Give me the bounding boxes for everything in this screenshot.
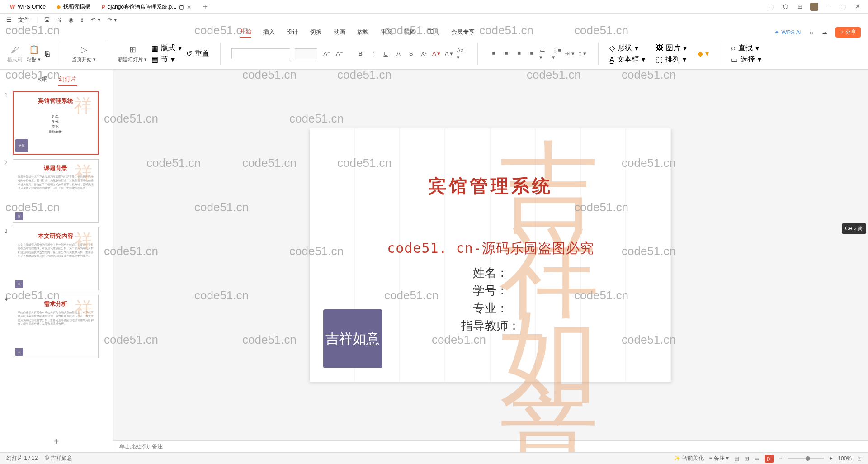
close-icon[interactable]: ✕ bbox=[187, 4, 193, 10]
redo-icon[interactable]: ↷ ▾ bbox=[107, 16, 117, 23]
window-icon[interactable]: ▢ bbox=[767, 3, 775, 11]
section-button[interactable]: ▤节 ▾ bbox=[151, 55, 182, 64]
font-select[interactable] bbox=[231, 48, 290, 59]
apps-icon[interactable]: ⊞ bbox=[796, 3, 804, 11]
save-icon[interactable]: 🖫 bbox=[44, 16, 50, 23]
change-case-icon[interactable]: Aa ▾ bbox=[457, 49, 467, 59]
thumbnail-1[interactable]: 祥 宾馆管理系统 姓名: 学号: 专业: 指导教师: 吉祥 bbox=[13, 91, 99, 155]
superscript-icon[interactable]: X² bbox=[419, 49, 429, 59]
slide-main[interactable]: 吉祥如意 宾馆管理系统 code51. cn-源码乐园盗图必究 姓名： 学号： … bbox=[310, 128, 671, 382]
minimize-button[interactable]: — bbox=[825, 3, 833, 11]
print-icon[interactable]: 🖨 bbox=[56, 16, 62, 23]
notes-toggle[interactable]: ≡ 备注 ▾ bbox=[709, 455, 729, 462]
line-spacing-icon[interactable]: ‡ ▾ bbox=[577, 49, 587, 59]
justify-icon[interactable]: ≡ bbox=[527, 49, 537, 59]
from-beginning-button[interactable]: ▷当页开始 ▾ bbox=[72, 44, 96, 63]
numbering-icon[interactable]: ⋮≡ ▾ bbox=[552, 49, 562, 59]
shadow-icon[interactable]: S bbox=[406, 49, 416, 59]
view-slideshow-icon[interactable]: ▷ bbox=[765, 455, 774, 463]
highlight-icon[interactable]: A ▾ bbox=[444, 49, 454, 59]
add-slide-button[interactable]: + bbox=[0, 431, 113, 452]
cloud-icon[interactable]: ☁ bbox=[821, 29, 827, 36]
share-button[interactable]: ♂ 分享 bbox=[835, 27, 861, 38]
italic-icon[interactable]: I bbox=[368, 49, 378, 59]
status-theme: © 吉祥如意 bbox=[45, 455, 72, 462]
zoom-level[interactable]: 100% bbox=[838, 455, 852, 462]
align-center-icon[interactable]: ≡ bbox=[501, 49, 511, 59]
view-normal-icon[interactable]: ▦ bbox=[734, 455, 739, 462]
underline-icon[interactable]: U bbox=[381, 49, 391, 59]
paste-button[interactable]: 📋粘贴 ▾ bbox=[27, 44, 41, 63]
tab-template[interactable]: ◆找稻壳模板 bbox=[51, 0, 96, 13]
avatar-icon[interactable] bbox=[810, 3, 818, 11]
maximize-button[interactable]: ▢ bbox=[839, 3, 847, 11]
tab-wps-office[interactable]: WWPS Office bbox=[5, 0, 51, 13]
menu-slideshow[interactable]: 放映 bbox=[357, 26, 369, 38]
menu-review[interactable]: 审阅 bbox=[381, 26, 392, 38]
preview-icon[interactable]: ◉ bbox=[68, 16, 73, 23]
seal-stamp: 吉祥如意 bbox=[323, 309, 382, 368]
ime-indicator[interactable]: CH ♪ 简 bbox=[842, 223, 867, 234]
wps-ai-button[interactable]: ✦ WPS AI bbox=[774, 29, 802, 36]
menu-icon[interactable]: ☰ bbox=[6, 16, 12, 23]
bullets-icon[interactable]: ≔ ▾ bbox=[539, 49, 549, 59]
menu-tools[interactable]: 工具 bbox=[428, 26, 439, 38]
presentation-icon: ▢ bbox=[179, 4, 184, 10]
menu-view[interactable]: 视图 bbox=[404, 26, 416, 38]
strike-icon[interactable]: A̶ bbox=[393, 49, 403, 59]
menu-animation[interactable]: 动画 bbox=[334, 26, 345, 38]
slide-title[interactable]: 宾馆管理系统 bbox=[310, 174, 671, 199]
view-sorter-icon[interactable]: ⊞ bbox=[745, 455, 749, 462]
search-icon[interactable]: ⌕ bbox=[810, 29, 813, 36]
view-reading-icon[interactable]: ▭ bbox=[755, 455, 760, 462]
select-button[interactable]: ▭选择 ▾ bbox=[731, 55, 761, 64]
font-size-select[interactable] bbox=[295, 48, 317, 59]
layout-icon: ▦ bbox=[151, 44, 158, 52]
new-slide-button[interactable]: ⊞新建幻灯片 ▾ bbox=[118, 44, 147, 63]
textbox-icon: A̲ bbox=[609, 55, 614, 64]
picture-icon: 🖼 bbox=[656, 44, 663, 52]
thumbnail-2[interactable]: 祥 课题背景 随着计算机技术的飞速发展和互联网的广泛普及，信息管理已渗透到各行各… bbox=[13, 159, 99, 223]
copy-icon[interactable]: ⎘ bbox=[45, 50, 50, 58]
font-color-icon[interactable]: A ▾ bbox=[431, 49, 441, 59]
bold-icon[interactable]: B bbox=[355, 49, 365, 59]
decrease-font-icon[interactable]: A⁻ bbox=[335, 49, 344, 59]
fill-icon[interactable]: ◆ ▾ bbox=[698, 49, 708, 58]
format-painter-button[interactable]: 🖌格式刷 bbox=[7, 44, 22, 63]
indent-icon[interactable]: ⇥ ▾ bbox=[565, 49, 575, 59]
file-menu[interactable]: 文件 bbox=[18, 16, 30, 24]
fit-icon[interactable]: ⊡ bbox=[857, 455, 862, 462]
menu-insert[interactable]: 插入 bbox=[263, 26, 275, 38]
tab-slides[interactable]: 幻灯片 bbox=[58, 73, 77, 86]
align-right-icon[interactable]: ≡ bbox=[514, 49, 524, 59]
menu-member[interactable]: 会员专享 bbox=[451, 26, 475, 38]
export-icon[interactable]: ⇪ bbox=[80, 16, 85, 23]
find-button[interactable]: ⌕查找 ▾ bbox=[731, 43, 761, 53]
tab-outline[interactable]: 大纲 bbox=[35, 73, 49, 86]
notes-input[interactable]: 单击此处添加备注 bbox=[113, 440, 868, 452]
slide-canvas[interactable]: 吉祥如意 宾馆管理系统 code51. cn-源码乐园盗图必究 姓名： 学号： … bbox=[113, 70, 868, 440]
add-tab-button[interactable]: + bbox=[198, 3, 212, 11]
thumbnail-3[interactable]: 祥 本文研究内容 本文主要研究内容分为五部分：第一部分为绪论，主要介绍了目前在酒… bbox=[13, 227, 99, 290]
smart-beautify-button[interactable]: ✨ 智能美化 bbox=[674, 455, 703, 462]
arrange-button[interactable]: ⬚排列 ▾ bbox=[656, 55, 687, 64]
zoom-out-icon[interactable]: − bbox=[779, 455, 782, 462]
thumbnail-4[interactable]: 祥 需求分析 系统的需求分析是在对系统分析与市场调查的基础上，对系统研发及经理采… bbox=[13, 295, 99, 358]
textbox-button[interactable]: A̲文本框 ▾ bbox=[609, 55, 645, 64]
close-button[interactable]: ✕ bbox=[854, 3, 862, 11]
reset-button[interactable]: ↺重置 bbox=[186, 49, 209, 58]
picture-button[interactable]: 🖼图片 ▾ bbox=[656, 43, 687, 53]
cursor-icon: ▭ bbox=[731, 55, 738, 64]
undo-icon[interactable]: ↶ ▾ bbox=[91, 16, 101, 23]
menu-design[interactable]: 设计 bbox=[287, 26, 298, 38]
layout-button[interactable]: ▦版式 ▾ bbox=[151, 43, 182, 53]
tab-document[interactable]: Pdjango宾馆酒店管理系统.p...▢✕ bbox=[96, 0, 198, 13]
increase-font-icon[interactable]: A⁺ bbox=[322, 49, 332, 59]
menu-start[interactable]: 开始 bbox=[240, 26, 251, 38]
zoom-in-icon[interactable]: + bbox=[829, 455, 832, 462]
menu-transition[interactable]: 切换 bbox=[310, 26, 322, 38]
shape-button[interactable]: ◇形状 ▾ bbox=[609, 43, 645, 53]
align-left-icon[interactable]: ≡ bbox=[489, 49, 499, 59]
cube-icon[interactable]: ⬡ bbox=[781, 3, 789, 11]
status-slide-count: 幻灯片 1 / 12 bbox=[6, 455, 38, 462]
